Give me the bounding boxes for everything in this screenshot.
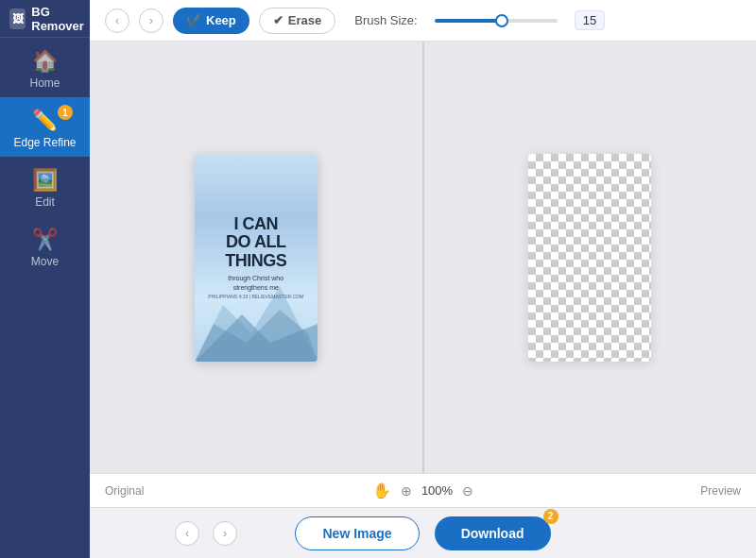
erase-button[interactable]: ✔ Erase: [259, 8, 335, 34]
image-text-overlay: I CAN DO ALL THINGS through Christ whost…: [198, 215, 313, 300]
keep-label: Keep: [206, 13, 236, 27]
forward-icon: ›: [149, 14, 153, 27]
keep-button[interactable]: ✔️ Keep: [173, 8, 249, 34]
zoom-in-icon[interactable]: ⊕: [401, 483, 412, 499]
sidebar-item-edit[interactable]: 🖼️ Edit: [0, 157, 90, 216]
svg-marker-2: [195, 310, 318, 362]
forward-button[interactable]: ›: [139, 8, 163, 33]
preview-panel: [424, 42, 757, 473]
toolbar: ‹ › ✔️ Keep ✔ Erase Brush Size: 15: [90, 0, 756, 42]
sidebar-item-edit-label: Edit: [35, 195, 55, 209]
image-text-tiny: PHILIPPIANS 4:13 | BELIEVEMASTER.COM: [208, 294, 303, 299]
home-icon: 🏠: [32, 49, 58, 74]
erase-icon: ✔: [273, 13, 284, 27]
back-icon: ‹: [115, 14, 119, 27]
original-label: Original: [105, 484, 144, 498]
preview-image: [528, 154, 651, 362]
preview-label: Preview: [700, 484, 741, 498]
brush-size-label: Brush Size:: [354, 13, 417, 27]
new-image-button[interactable]: New Image: [295, 516, 419, 550]
original-panel: I CAN DO ALL THINGS through Christ whost…: [90, 42, 422, 473]
prev-image-button[interactable]: ‹: [175, 521, 199, 546]
brush-slider-thumb: [495, 14, 508, 27]
app-logo-icon: 🖼: [9, 8, 26, 29]
zoom-percent: 100%: [421, 483, 453, 498]
move-icon: ✂️: [32, 228, 58, 252]
sidebar: 🖼 BG Remover 🏠 Home 1 ✏️ Edge Refine 🖼️ …: [0, 0, 90, 558]
original-image: I CAN DO ALL THINGS through Christ whost…: [195, 154, 318, 362]
keep-icon: ✔️: [186, 13, 201, 27]
download-badge: 2: [543, 509, 558, 524]
erase-label: Erase: [288, 13, 321, 27]
image-line2: DO ALL: [208, 233, 303, 252]
brush-size-slider[interactable]: [435, 19, 558, 23]
edge-refine-badge: 1: [58, 105, 73, 120]
image-line3: THINGS: [208, 252, 303, 271]
edit-icon: 🖼️: [32, 168, 58, 193]
main-area: ‹ › ✔️ Keep ✔ Erase Brush Size: 15: [90, 0, 756, 558]
sidebar-item-edge-refine-label: Edge Refine: [13, 136, 76, 149]
prev-icon: ‹: [185, 527, 189, 540]
image-text-sub: through Christ whostrengthens me: [208, 274, 303, 293]
sidebar-item-move-label: Move: [31, 255, 59, 268]
back-button[interactable]: ‹: [105, 8, 129, 33]
brush-size-value: 15: [575, 10, 605, 30]
image-line1: I CAN: [208, 215, 303, 234]
footer: ‹ › New Image Download 2: [90, 507, 756, 558]
sidebar-item-move[interactable]: ✂️ Move: [0, 216, 90, 276]
sidebar-item-home-label: Home: [29, 76, 60, 90]
edge-refine-icon: ✏️: [32, 109, 58, 133]
sidebar-item-home[interactable]: 🏠 Home: [0, 38, 90, 97]
next-image-button[interactable]: ›: [213, 521, 237, 546]
sidebar-item-edge-refine[interactable]: 1 ✏️ Edge Refine: [0, 97, 90, 157]
zoom-out-icon[interactable]: ⊖: [462, 483, 473, 499]
status-bar: Original ✋ ⊕ 100% ⊖ Preview: [90, 473, 756, 507]
app-logo: 🖼 BG Remover: [0, 0, 90, 38]
download-button[interactable]: Download: [435, 516, 551, 550]
app-name: BG Remover: [31, 5, 90, 33]
zoom-controls: ✋ ⊕ 100% ⊖: [372, 482, 473, 499]
next-icon: ›: [223, 527, 227, 540]
hand-tool-icon[interactable]: ✋: [372, 482, 391, 499]
canvas-area: I CAN DO ALL THINGS through Christ whost…: [90, 42, 756, 473]
